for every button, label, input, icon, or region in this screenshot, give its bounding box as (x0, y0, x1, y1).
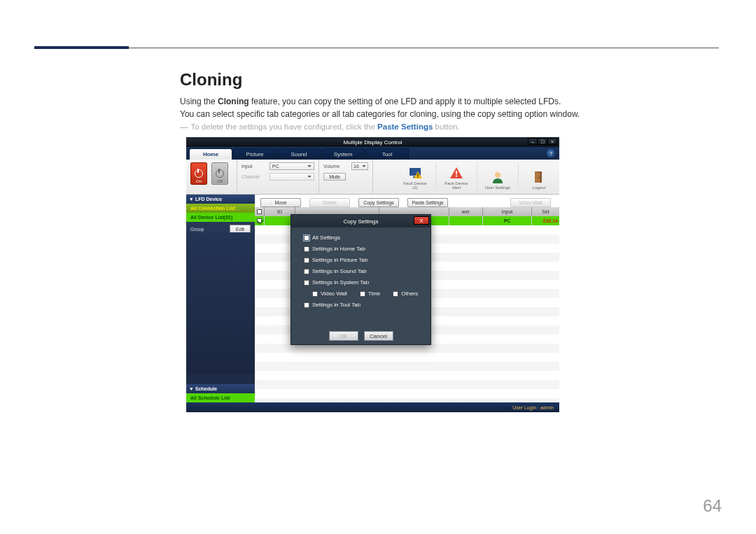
modal-close-button[interactable]: X (414, 216, 429, 225)
mute-button[interactable]: Mute (323, 173, 346, 181)
channel-dropdown (270, 173, 314, 181)
note-dash: ― (180, 122, 188, 131)
input-label: Input (241, 164, 270, 169)
para-2: You can select specific tab categories o… (180, 108, 580, 120)
modal-opt-system[interactable]: Settings in System Tab (304, 279, 424, 286)
modal-body: All Settings Settings in Home Tab Settin… (291, 227, 430, 308)
checkbox-icon (304, 235, 309, 241)
modal-sub-others[interactable]: Others (393, 290, 418, 297)
status-text: User Login : admin (512, 405, 554, 410)
tab-sound[interactable]: Sound (277, 148, 321, 160)
grid-header-chk[interactable] (255, 207, 265, 216)
logout-button[interactable]: Logout (518, 162, 554, 190)
modal-opt-picture[interactable]: Settings in Picture Tab (304, 257, 424, 263)
channel-label: Channel (241, 174, 270, 179)
video-wall-button[interactable]: Video Wall (510, 198, 551, 207)
door-icon (532, 170, 546, 184)
modal-opt-home[interactable]: Settings in Home Tab (304, 246, 424, 252)
window-controls: – □ × (528, 138, 557, 145)
svg-rect-6 (456, 171, 457, 174)
svg-rect-7 (456, 175, 457, 176)
para-1-b: Cloning (218, 97, 249, 106)
modal-ok-button[interactable]: OK (329, 331, 358, 341)
grid-row-wer (449, 216, 483, 225)
checkbox-icon (304, 302, 309, 308)
grid-row-input: PC (483, 216, 532, 225)
window-maximize-button[interactable]: □ (538, 138, 547, 145)
sidebar-all-connection[interactable]: All Connection List (186, 204, 255, 213)
modal-opt-system-label: Settings in System Tab (312, 279, 369, 286)
power-section: On Off (186, 160, 237, 195)
checkbox-icon (304, 280, 309, 286)
sidebar: LFD Device All Connection List All Devic… (186, 195, 255, 402)
svg-point-8 (495, 172, 500, 178)
volume-section: Volume 16 Mute (319, 160, 373, 195)
power-on-button[interactable]: On (190, 162, 207, 185)
sidebar-all-schedule[interactable]: All Schedule List (186, 393, 255, 402)
tab-home[interactable]: Home (189, 148, 232, 160)
modal-opt-all[interactable]: All Settings (304, 234, 424, 241)
sidebar-lfd-device[interactable]: LFD Device (186, 195, 255, 204)
modal-subrow: Video Wall Time Others (304, 290, 424, 297)
copy-settings-modal: Copy Settings X All Settings Settings in… (290, 214, 431, 345)
modal-titlebar: Copy Settings X (291, 215, 430, 227)
modal-opt-tool[interactable]: Settings in Tool Tab (304, 302, 424, 308)
modal-footer: OK Cancel (291, 328, 430, 344)
input-section: Input PC Channel (237, 160, 319, 195)
mute-row: Mute (323, 173, 346, 181)
delete-button[interactable]: Delete (309, 198, 350, 207)
help-icon[interactable]: ? (547, 149, 555, 157)
window-close-button[interactable]: × (547, 138, 557, 145)
tab-system[interactable]: System (321, 148, 365, 160)
power-off-label: Off (217, 179, 223, 183)
svg-point-11 (538, 177, 540, 178)
sidebar-schedule[interactable]: Schedule (186, 384, 255, 393)
modal-opt-all-label: All Settings (312, 234, 340, 241)
user-icon (491, 170, 505, 184)
modal-sub-others-label: Others (401, 290, 418, 297)
alert-icon (449, 166, 463, 180)
power-off-button[interactable]: Off (211, 162, 228, 185)
app-title: Multiple Display Control (343, 139, 402, 146)
fault-device-button[interactable]: Fault Device(1) (400, 162, 430, 190)
modal-cancel-button[interactable]: Cancel (364, 331, 393, 341)
user-settings-button[interactable]: User Settings (477, 162, 512, 190)
window-minimize-button[interactable]: – (528, 138, 538, 145)
checkbox-icon (393, 291, 398, 297)
tabbar: Home Picture Sound System Tool ? (186, 147, 559, 160)
grid-row-chk[interactable] (255, 216, 265, 225)
modal-sub-videowall[interactable]: Video Wall (312, 290, 347, 297)
input-dropdown[interactable]: PC (270, 162, 314, 170)
tab-picture[interactable]: Picture (233, 148, 276, 160)
fault-device-label: Fault Device(1) (403, 181, 426, 190)
modal-opt-picture-label: Settings in Picture Tab (312, 257, 368, 263)
channel-row: Channel (241, 173, 314, 181)
para-1: Using the Cloning feature, you can copy … (180, 95, 561, 108)
volume-value[interactable]: 16 (351, 162, 368, 170)
grid-header-set: Set (532, 207, 559, 216)
power-on-label: On (196, 179, 202, 183)
modal-opt-sound-label: Settings in Sound Tab (312, 268, 367, 274)
move-button[interactable]: Move (260, 198, 301, 207)
copy-settings-button[interactable]: Copy Settings (358, 198, 399, 207)
checkbox-icon (360, 291, 365, 297)
svg-rect-3 (417, 174, 418, 176)
volume-row: Volume 16 (323, 162, 368, 170)
toolbar: On Off Input PC Channel Volu (186, 160, 559, 195)
tool-icons: Fault Device(1) Fault DeviceAlert User S… (395, 160, 559, 195)
checkbox-icon (304, 246, 309, 252)
checkbox-icon (312, 291, 318, 297)
fault-alert-label: Fault DeviceAlert (444, 181, 468, 190)
action-row: Move Delete Copy Settings Paste Settings… (255, 197, 556, 207)
fault-alert-button[interactable]: Fault DeviceAlert (435, 162, 471, 190)
sidebar-all-device[interactable]: All Device List(01) (186, 213, 255, 222)
tab-tool[interactable]: Tool (365, 148, 409, 160)
modal-sub-time[interactable]: Time (360, 290, 380, 297)
paste-settings-button[interactable]: Paste Settings (407, 198, 448, 207)
modal-title-text: Copy Settings (344, 218, 379, 225)
note-a: To delete the settings you have configur… (191, 122, 378, 131)
sidebar-bottom: Schedule All Schedule List (186, 384, 255, 402)
note-b: Paste Settings (377, 122, 433, 131)
titlebar: Multiple Display Control – □ × (186, 137, 559, 147)
modal-opt-sound[interactable]: Settings in Sound Tab (304, 268, 424, 274)
